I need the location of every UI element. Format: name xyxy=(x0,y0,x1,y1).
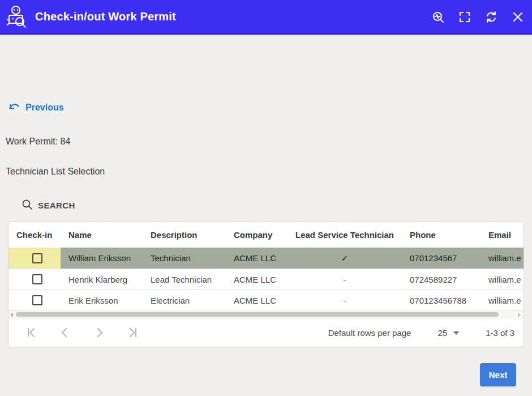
cell-name: William Eriksson xyxy=(61,248,143,269)
undo-arrow-icon xyxy=(8,100,22,115)
search-button[interactable]: SEARCH xyxy=(22,199,75,212)
col-email[interactable]: Email xyxy=(483,222,524,248)
cell-email: william.e xyxy=(483,269,524,289)
table-header-row: Check-in Name Description Company Lead S… xyxy=(8,222,524,248)
previous-page-button[interactable] xyxy=(58,326,72,339)
scrollbar-thumb[interactable] xyxy=(16,312,499,317)
col-name[interactable]: Name xyxy=(61,222,143,248)
rows-per-page-label: Default rows per page xyxy=(328,328,411,338)
cell-description: Electrician xyxy=(143,290,226,310)
rows-per-page-value: 25 xyxy=(437,328,447,338)
col-checkin[interactable]: Check-in xyxy=(8,222,61,248)
cell-phone: 0724589227 xyxy=(404,269,483,289)
col-description[interactable]: Description xyxy=(143,222,226,248)
cell-phone: 070123456788 xyxy=(404,290,483,310)
cell-phone: 0701234567 xyxy=(404,248,483,269)
table-row[interactable]: William Eriksson Technician ACME LLC ✓ 0… xyxy=(8,248,524,269)
col-company[interactable]: Company xyxy=(226,222,285,248)
cell-name: Henrik Klarberg xyxy=(61,269,143,289)
cell-description: Technician xyxy=(143,248,226,269)
cell-company: ACME LLC xyxy=(226,290,285,310)
person-search-icon xyxy=(3,4,29,30)
col-phone[interactable]: Phone xyxy=(404,222,483,248)
table-row[interactable]: Erik Eriksson Electrician ACME LLC - 070… xyxy=(8,289,524,310)
checkin-checkbox[interactable] xyxy=(32,295,42,305)
app-header: Check-in/out Work Permit xyxy=(0,0,532,35)
search-icon xyxy=(22,199,33,212)
cell-name: Erik Eriksson xyxy=(61,290,143,310)
checkin-checkbox[interactable] xyxy=(32,274,42,284)
next-page-button[interactable] xyxy=(92,326,106,339)
previous-link[interactable]: Previous xyxy=(8,100,64,115)
section-title: Technician List Selection xyxy=(6,167,532,177)
close-icon[interactable] xyxy=(510,10,525,24)
fullscreen-icon[interactable] xyxy=(457,10,472,24)
pagination-bar: Default rows per page 25 1-3 of 3 xyxy=(8,318,524,347)
horizontal-scrollbar[interactable] xyxy=(8,310,524,318)
rows-per-page-select[interactable]: 25 xyxy=(437,328,459,338)
cell-lead: ✓ xyxy=(285,248,404,269)
cell-company: ACME LLC xyxy=(226,248,285,269)
search-label: SEARCH xyxy=(38,201,75,210)
last-page-button[interactable] xyxy=(126,326,140,339)
checkin-checkbox[interactable] xyxy=(32,253,42,263)
first-page-button[interactable] xyxy=(24,326,38,339)
technician-table: Check-in Name Description Company Lead S… xyxy=(8,222,524,347)
page-title: Check-in/out Work Permit xyxy=(35,10,176,23)
scroll-right-arrow-icon[interactable] xyxy=(518,313,521,317)
previous-label: Previous xyxy=(25,103,64,113)
search-insights-icon[interactable] xyxy=(431,10,445,24)
scroll-left-arrow-icon[interactable] xyxy=(10,313,13,317)
cell-email: william.e xyxy=(483,290,524,310)
cell-email: william.e xyxy=(483,248,524,269)
page-range-label: 1-3 of 3 xyxy=(486,328,514,338)
chevron-down-icon xyxy=(453,331,459,335)
col-lead-service-technician[interactable]: Lead Service Technician xyxy=(285,222,404,248)
next-button[interactable]: Next xyxy=(480,363,516,386)
cell-lead: - xyxy=(285,290,404,310)
cell-lead: - xyxy=(285,269,404,289)
refresh-icon[interactable] xyxy=(484,10,499,24)
work-permit-label: Work Permit: 84 xyxy=(6,137,532,147)
cell-description: Lead Technician xyxy=(143,269,226,289)
table-row[interactable]: Henrik Klarberg Lead Technician ACME LLC… xyxy=(8,269,524,289)
cell-company: ACME LLC xyxy=(226,269,285,289)
